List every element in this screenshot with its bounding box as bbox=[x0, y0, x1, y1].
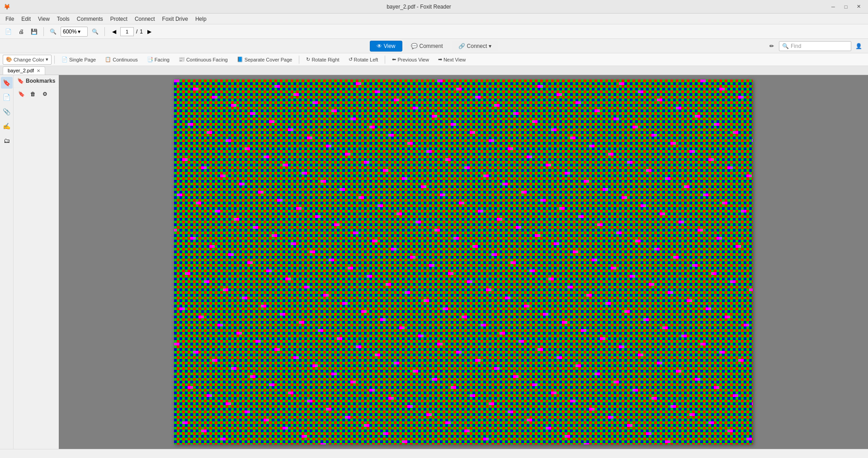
rotate-right-button[interactable]: ↻ Rotate Right bbox=[302, 55, 343, 65]
next-page-button[interactable]: ▶ bbox=[144, 26, 155, 37]
menu-comments[interactable]: Comments bbox=[73, 15, 107, 23]
separate-cover-button[interactable]: 📘 Separate Cover Page bbox=[233, 55, 297, 65]
search-icon: 🔍 bbox=[782, 43, 789, 49]
edit-mode-button[interactable]: ✏ bbox=[766, 41, 777, 52]
bookmarks-icon-button[interactable]: 🔖 bbox=[1, 77, 13, 89]
user-button[interactable]: 👤 bbox=[853, 41, 864, 52]
attachments-icon-button[interactable]: 📎 bbox=[1, 106, 13, 118]
view-separator-1 bbox=[54, 56, 55, 64]
sidebar-icons: 🔖 📄 📎 ✍ 🗂 bbox=[0, 75, 14, 449]
page-input[interactable] bbox=[120, 27, 134, 36]
toolbar-separator-1 bbox=[43, 27, 44, 36]
color-icon: 🎨 bbox=[6, 57, 12, 62]
comment-label: Comment bbox=[420, 43, 443, 49]
main-area: 🔖 📄 📎 ✍ 🗂 🔖 Bookmarks 🔖 🗑 ⚙ bbox=[0, 75, 868, 449]
connect-icon: 🔗 bbox=[458, 43, 465, 49]
window-controls: ─ □ ✕ bbox=[827, 2, 864, 11]
menu-edit[interactable]: Edit bbox=[18, 15, 34, 23]
menu-bar: File Edit View Tools Comments Protect Co… bbox=[0, 14, 868, 24]
facing-icon: 📑 bbox=[147, 57, 153, 62]
separate-cover-label: Separate Cover Page bbox=[245, 57, 292, 62]
prev-view-icon: ⬅ bbox=[392, 57, 396, 62]
search-placeholder: Find bbox=[791, 43, 801, 49]
facing-label: Facing bbox=[155, 57, 170, 62]
sidebar-content: 🔖 Bookmarks 🔖 🗑 ⚙ bbox=[14, 75, 59, 449]
menu-view[interactable]: View bbox=[34, 15, 53, 23]
layers-icon-button[interactable]: 🗂 bbox=[1, 135, 13, 146]
bookmarks-header: 🔖 Bookmarks bbox=[14, 75, 59, 87]
change-color-button[interactable]: 🎨 Change Color ▾ bbox=[3, 55, 52, 65]
single-page-label: Single Page bbox=[69, 57, 96, 62]
menu-foxit-drive[interactable]: Foxit Drive bbox=[159, 15, 192, 23]
toolbar-separator-2 bbox=[104, 27, 105, 36]
single-page-button[interactable]: 📄 Single Page bbox=[57, 55, 100, 65]
status-bar bbox=[0, 449, 868, 458]
minimize-button[interactable]: ─ bbox=[827, 2, 839, 11]
connect-tab[interactable]: 🔗 Connect ▾ bbox=[452, 41, 499, 52]
bookmarks-label: Bookmarks bbox=[26, 78, 55, 84]
menu-tools[interactable]: Tools bbox=[53, 15, 73, 23]
file-tab-name: bayer_2.pdf bbox=[8, 68, 34, 73]
prev-page-button[interactable]: ◀ bbox=[108, 26, 119, 37]
previous-view-label: Previous View bbox=[397, 57, 429, 62]
window-title: bayer_2.pdf - Foxit Reader bbox=[10, 4, 827, 10]
continuous-label: Continuous bbox=[113, 57, 138, 62]
top-nav-right: ✏ 🔍 Find 👤 bbox=[766, 41, 864, 52]
page-separator: / bbox=[135, 28, 139, 35]
connect-label: Connect bbox=[467, 43, 487, 49]
title-bar: 🦊 bayer_2.pdf - Foxit Reader ─ □ ✕ bbox=[0, 0, 868, 14]
tab-close-button[interactable]: ✕ bbox=[37, 68, 40, 73]
next-view-button[interactable]: ➡ Next View bbox=[434, 55, 470, 65]
zoom-box[interactable]: 600% ▾ bbox=[61, 27, 88, 37]
single-page-icon: 📄 bbox=[61, 57, 68, 62]
continuous-icon: 📋 bbox=[105, 57, 111, 62]
close-button[interactable]: ✕ bbox=[853, 2, 864, 11]
file-tab[interactable]: bayer_2.pdf ✕ bbox=[3, 66, 45, 75]
continuous-facing-button[interactable]: 📰 Continuous Facing bbox=[175, 55, 232, 65]
continuous-button[interactable]: 📋 Continuous bbox=[101, 55, 142, 65]
comment-icon: 💬 bbox=[411, 43, 418, 49]
pdf-area[interactable] bbox=[59, 75, 868, 449]
properties-bookmark-button[interactable]: ⚙ bbox=[40, 89, 50, 99]
menu-file[interactable]: File bbox=[2, 15, 18, 23]
zoom-value: 600% bbox=[63, 28, 77, 35]
menu-help[interactable]: Help bbox=[192, 15, 210, 23]
add-bookmark-button[interactable]: 🔖 bbox=[16, 89, 26, 99]
tab-bar: bayer_2.pdf ✕ bbox=[0, 66, 868, 75]
comment-tab[interactable]: 💬 Comment bbox=[404, 41, 450, 52]
top-navigation: 👁 View 💬 Comment 🔗 Connect ▾ ✏ 🔍 Find 👤 bbox=[0, 39, 868, 53]
top-nav-center: 👁 View 💬 Comment 🔗 Connect ▾ bbox=[370, 41, 499, 52]
zoom-dropdown-icon[interactable]: ▾ bbox=[78, 28, 80, 35]
print-button[interactable]: 🖨 bbox=[16, 26, 27, 37]
search-box[interactable]: 🔍 Find bbox=[779, 41, 851, 51]
rotate-left-label: Rotate Left bbox=[354, 57, 378, 62]
sidebar-wrapper: 🔖 📄 📎 ✍ 🗂 🔖 Bookmarks 🔖 🗑 ⚙ bbox=[0, 75, 59, 449]
continuous-facing-icon: 📰 bbox=[179, 57, 185, 62]
restore-button[interactable]: □ bbox=[840, 2, 852, 11]
facing-button[interactable]: 📑 Facing bbox=[143, 55, 174, 65]
pdf-page bbox=[174, 80, 753, 444]
view-icon: 👁 bbox=[377, 43, 382, 49]
page-total: 1 bbox=[140, 28, 143, 35]
delete-bookmark-button[interactable]: 🗑 bbox=[28, 89, 38, 99]
zoom-in-button[interactable]: 🔍 bbox=[90, 26, 101, 37]
view-tab[interactable]: 👁 View bbox=[370, 41, 402, 52]
view-label: View bbox=[384, 43, 396, 49]
menu-protect[interactable]: Protect bbox=[107, 15, 131, 23]
menu-connect[interactable]: Connect bbox=[131, 15, 159, 23]
view-separator-3 bbox=[385, 56, 385, 64]
rotate-left-icon: ↺ bbox=[349, 57, 353, 62]
next-view-label: Next View bbox=[443, 57, 466, 62]
change-color-dropdown: ▾ bbox=[46, 57, 48, 62]
view-separator-2 bbox=[299, 56, 299, 64]
rotate-left-button[interactable]: ↺ Rotate Left bbox=[344, 55, 382, 65]
zoom-out-button[interactable]: 🔍 bbox=[47, 26, 59, 37]
rotate-right-label: Rotate Right bbox=[311, 57, 339, 62]
app-icon: 🦊 bbox=[4, 4, 10, 10]
new-button[interactable]: 📄 bbox=[3, 26, 14, 37]
pages-icon-button[interactable]: 📄 bbox=[1, 91, 13, 103]
previous-view-button[interactable]: ⬅ Previous View bbox=[388, 55, 433, 65]
signatures-icon-button[interactable]: ✍ bbox=[1, 120, 13, 132]
save-button[interactable]: 💾 bbox=[28, 26, 40, 37]
page-navigation: ◀ / 1 ▶ bbox=[108, 26, 155, 37]
